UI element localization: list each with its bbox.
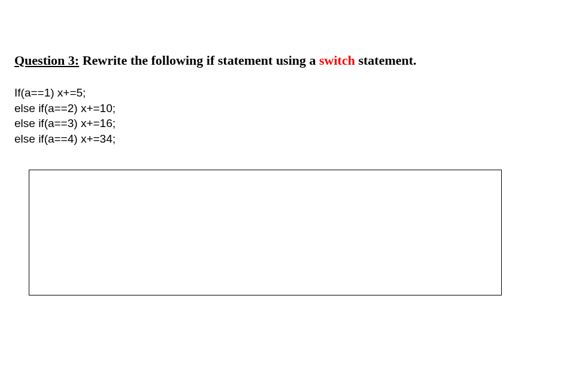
code-line: else if(a==4) x+=34; (14, 131, 574, 147)
question-header: Question 3: Rewrite the following if sta… (14, 53, 574, 68)
question-label: Question 3: (14, 53, 79, 68)
code-line: If(a==1) x+=5; (14, 85, 574, 101)
switch-keyword: switch (319, 53, 355, 68)
code-line: else if(a==2) x+=10; (14, 101, 574, 116)
code-line: else if(a==3) x+=16; (14, 116, 574, 131)
question-prompt-after: statement. (355, 53, 417, 68)
question-prompt-before: Rewrite the following if statement using… (79, 53, 319, 68)
code-block: If(a==1) x+=5; else if(a==2) x+=10; else… (14, 85, 574, 147)
answer-box[interactable] (29, 170, 502, 295)
